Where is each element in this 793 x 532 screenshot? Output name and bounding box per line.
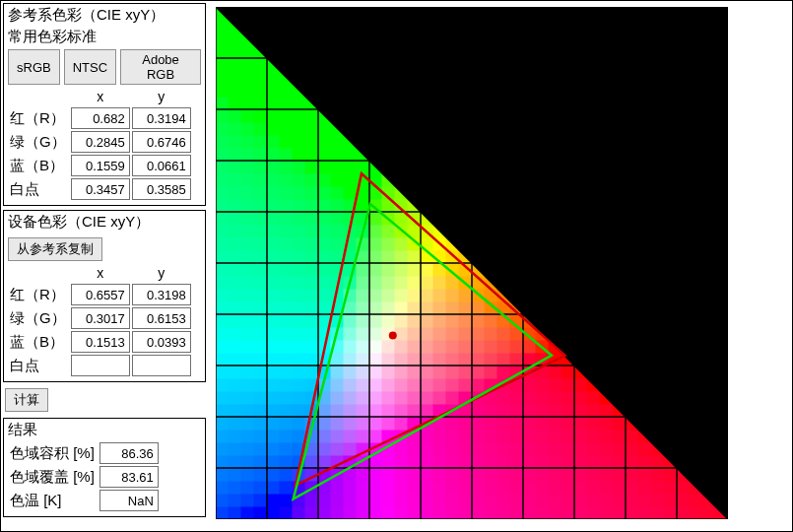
svg-rect-190 <box>280 506 294 520</box>
svg-rect-9 <box>216 391 230 405</box>
svg-rect-29 <box>216 135 230 149</box>
svg-rect-271 <box>305 353 319 366</box>
svg-rect-672 <box>510 442 524 456</box>
svg-rect-732 <box>562 468 575 482</box>
svg-rect-710 <box>536 378 550 392</box>
svg-rect-130 <box>254 340 268 354</box>
dev-r-x-input[interactable] <box>71 284 130 305</box>
ref-b-x-input[interactable] <box>71 155 130 176</box>
ref-g-y-input[interactable] <box>132 131 191 153</box>
svg-rect-513 <box>408 276 422 290</box>
svg-rect-168 <box>267 327 281 341</box>
ntsc-button[interactable]: NTSC <box>64 49 116 85</box>
adobe-rgb-button[interactable]: Adobe RGB <box>120 49 201 85</box>
svg-rect-252 <box>293 161 306 174</box>
svg-rect-96 <box>241 289 255 302</box>
svg-rect-349 <box>331 186 345 200</box>
dev-b-x-input[interactable] <box>71 331 130 353</box>
svg-rect-66 <box>229 173 242 187</box>
copy-from-reference-button[interactable]: 从参考系复制 <box>8 237 102 261</box>
svg-rect-283 <box>305 199 319 213</box>
svg-rect-625 <box>472 314 486 328</box>
svg-rect-346 <box>331 225 345 238</box>
svg-rect-235 <box>293 378 306 392</box>
srgb-button[interactable]: sRGB <box>8 49 60 85</box>
svg-rect-569 <box>446 481 460 495</box>
svg-rect-478 <box>395 391 409 405</box>
svg-rect-736 <box>562 417 575 431</box>
svg-rect-577 <box>446 378 460 392</box>
svg-rect-790 <box>626 430 639 443</box>
svg-rect-485 <box>395 301 409 315</box>
svg-rect-362 <box>344 417 358 431</box>
svg-rect-702 <box>536 481 550 495</box>
svg-rect-234 <box>293 391 306 405</box>
dev-w-y-input[interactable] <box>132 355 191 376</box>
svg-rect-425 <box>369 366 383 379</box>
svg-rect-530 <box>421 378 434 392</box>
svg-rect-610 <box>472 506 486 520</box>
ref-g-x-input[interactable] <box>71 131 130 153</box>
ref-w-x-input[interactable] <box>71 178 130 200</box>
svg-rect-150 <box>254 84 268 98</box>
svg-rect-232 <box>293 417 306 431</box>
svg-rect-529 <box>421 391 434 405</box>
svg-rect-400 <box>357 314 370 328</box>
svg-rect-444 <box>382 481 396 495</box>
svg-rect-591 <box>459 481 473 495</box>
svg-rect-793 <box>638 494 652 507</box>
svg-rect-163 <box>267 391 281 405</box>
svg-rect-560 <box>433 301 447 315</box>
svg-rect-662 <box>497 340 511 354</box>
svg-rect-111 <box>241 97 255 110</box>
svg-rect-604 <box>459 314 473 328</box>
svg-rect-782 <box>613 417 627 431</box>
svg-rect-539 <box>421 263 434 277</box>
svg-rect-421 <box>369 417 383 431</box>
ref-w-y-input[interactable] <box>132 178 191 200</box>
svg-rect-720 <box>549 442 562 456</box>
svg-rect-642 <box>485 353 498 366</box>
svg-rect-434 <box>369 250 383 264</box>
svg-rect-812 <box>677 481 691 495</box>
svg-rect-382 <box>344 161 358 174</box>
svg-rect-348 <box>331 199 345 213</box>
svg-rect-22 <box>216 225 230 238</box>
svg-rect-207 <box>280 289 294 302</box>
svg-rect-287 <box>305 148 319 162</box>
svg-rect-99 <box>241 250 255 264</box>
svg-rect-196 <box>280 430 294 443</box>
svg-rect-41 <box>229 494 242 507</box>
svg-rect-556 <box>433 353 447 366</box>
svg-rect-68 <box>229 148 242 162</box>
svg-rect-574 <box>446 417 460 431</box>
svg-rect-363 <box>344 404 358 418</box>
svg-rect-321 <box>318 135 332 149</box>
svg-rect-595 <box>459 430 473 443</box>
dev-w-x-input[interactable] <box>71 355 130 376</box>
ref-r-x-input[interactable] <box>71 107 130 129</box>
ref-r-y-input[interactable] <box>132 107 191 129</box>
dev-b-y-input[interactable] <box>132 331 191 353</box>
svg-rect-731 <box>562 481 575 495</box>
svg-rect-590 <box>459 494 473 507</box>
svg-rect-703 <box>536 468 550 482</box>
svg-rect-69 <box>229 135 242 149</box>
dev-r-y-input[interactable] <box>132 284 191 305</box>
svg-rect-203 <box>280 340 294 354</box>
svg-rect-739 <box>562 378 575 392</box>
dev-g-y-input[interactable] <box>132 307 191 329</box>
svg-rect-213 <box>280 212 294 226</box>
svg-rect-430 <box>369 301 383 315</box>
svg-rect-760 <box>587 430 601 443</box>
svg-rect-750 <box>574 404 588 418</box>
svg-rect-166 <box>267 353 281 366</box>
svg-rect-109 <box>241 122 255 136</box>
calculate-button[interactable]: 计算 <box>5 388 48 412</box>
ref-b-y-input[interactable] <box>132 155 191 176</box>
svg-rect-8 <box>216 404 230 418</box>
dev-g-x-input[interactable] <box>71 307 130 329</box>
svg-rect-253 <box>293 148 306 162</box>
svg-rect-617 <box>472 417 486 431</box>
svg-rect-620 <box>472 378 486 392</box>
